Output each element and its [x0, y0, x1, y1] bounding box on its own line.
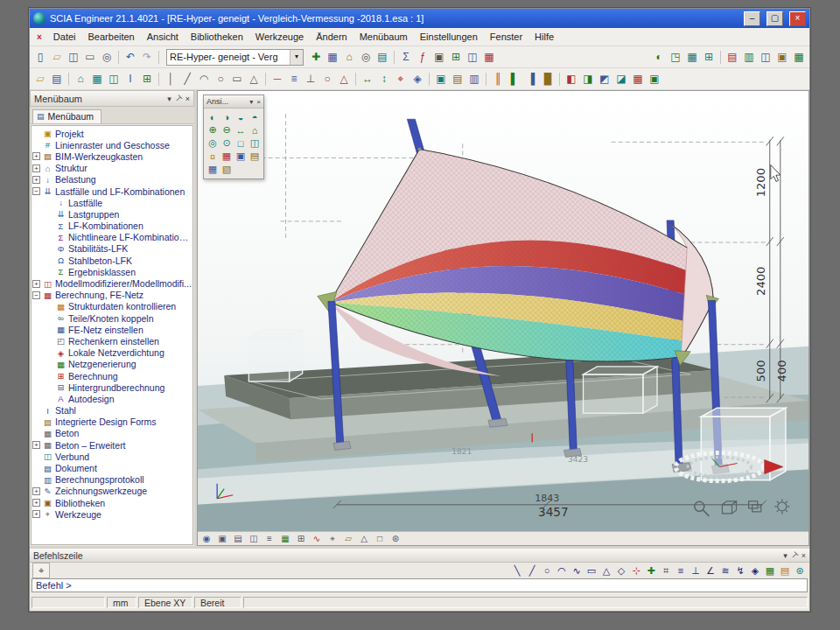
- tree-item[interactable]: ⇊ Lastgruppen: [32, 208, 192, 220]
- toolbar-icon[interactable]: ƒ: [415, 50, 430, 65]
- tree-item[interactable]: + ⌖ Werkzeuge: [32, 508, 192, 520]
- tree-item[interactable]: + ↓ Belastung: [32, 174, 192, 186]
- toolbar-icon[interactable]: ▦: [630, 72, 646, 87]
- view-tool-icon[interactable]: ⊖: [220, 123, 234, 136]
- toolbar-icon[interactable]: △: [246, 72, 262, 87]
- toolbar-icon[interactable]: ▥: [741, 50, 757, 65]
- view-tool-icon[interactable]: ↔: [234, 123, 248, 136]
- toolbar-icon[interactable]: ▥: [466, 72, 482, 87]
- tree-item[interactable]: + ▦ Beton – Erweitert: [32, 439, 192, 451]
- menu-item[interactable]: Fenster: [484, 30, 528, 44]
- menu-item[interactable]: Einstellungen: [414, 30, 484, 44]
- toolbar-icon[interactable]: ▭: [82, 50, 98, 65]
- toolbar-icon[interactable]: ▌: [507, 72, 522, 87]
- toolbar-icon[interactable]: ◫: [106, 72, 122, 87]
- toolbar-icon[interactable]: ◠: [196, 72, 212, 87]
- toolbar-icon[interactable]: Σ: [398, 50, 414, 65]
- tree-item[interactable]: ⊟ Hintergrundberechnung: [32, 382, 192, 393]
- select-cursor-button[interactable]: ⌖: [32, 563, 50, 578]
- view-tool-icon[interactable]: ◎: [206, 136, 220, 150]
- toolbar-icon[interactable]: ✚: [308, 50, 324, 65]
- toolbar-icon[interactable]: ↶: [122, 50, 138, 65]
- tree-item[interactable]: ▤ Dokument: [32, 462, 192, 473]
- tree-expander[interactable]: −: [32, 291, 40, 299]
- toolbar-icon[interactable]: ▣: [431, 50, 447, 65]
- viewport-toolbar-icon[interactable]: ∿: [310, 534, 324, 543]
- view-tool-icon[interactable]: ▤: [248, 150, 262, 163]
- tree-item[interactable]: ⊞ Berechnung: [32, 370, 192, 382]
- menu-item[interactable]: Bearbeiten: [82, 30, 141, 44]
- draw-tool-icon[interactable]: ▦: [763, 565, 777, 577]
- toolbar-icon[interactable]: ◈: [410, 72, 425, 87]
- toolbar-icon[interactable]: ↔: [360, 72, 375, 87]
- view-tool-icon[interactable]: ▣: [234, 150, 248, 163]
- tree-item[interactable]: + ⌂ Struktur: [32, 163, 192, 174]
- toolbar-icon[interactable]: ▤: [49, 72, 65, 87]
- draw-tool-icon[interactable]: ≡: [674, 565, 688, 577]
- toolbar-icon[interactable]: ▤: [374, 50, 390, 65]
- toolbar-icon[interactable]: △: [336, 72, 352, 87]
- toolbar-icon[interactable]: ▤: [450, 72, 466, 87]
- view-tool-icon[interactable]: ◐: [206, 110, 220, 123]
- tree-item[interactable]: ∞ Teile/Knoten koppeln: [32, 312, 192, 324]
- toolbar-icon[interactable]: ⊞: [139, 72, 155, 87]
- toolbar-icon[interactable]: ↕: [376, 72, 392, 87]
- toolbar-icon[interactable]: ◫: [465, 50, 480, 65]
- chevron-down-icon[interactable]: ▾: [783, 551, 788, 560]
- close-icon[interactable]: ×: [256, 98, 261, 106]
- toolbar-icon[interactable]: ║: [490, 72, 506, 87]
- viewport-toolbar-icon[interactable]: ◉: [200, 534, 214, 543]
- toolbar-icon[interactable]: ◩: [597, 72, 612, 87]
- draw-tool-icon[interactable]: ∿: [570, 565, 584, 577]
- toolbar-icon[interactable]: │: [163, 72, 178, 87]
- tree-expander[interactable]: +: [32, 499, 40, 507]
- tree-item[interactable]: − ⇊ Lastfälle und LF-Kombinationen: [32, 186, 192, 197]
- tree-item[interactable]: ▤ Integrierte Design Forms: [32, 416, 192, 428]
- draw-tool-icon[interactable]: ⊹: [629, 565, 643, 577]
- toolbar-icon[interactable]: ▣: [433, 72, 449, 87]
- pin-icon[interactable]: ⊤: [789, 550, 801, 561]
- draw-tool-icon[interactable]: ▭: [584, 565, 598, 577]
- viewport-toolbar-icon[interactable]: ▱: [341, 534, 355, 543]
- toolbar-icon[interactable]: ▤: [724, 50, 740, 65]
- toolbar-icon[interactable]: ↷: [139, 50, 155, 65]
- viewport-toolbar-icon[interactable]: ▤: [231, 534, 245, 543]
- tree-item[interactable]: − ▦ Berechnung, FE-Netz: [32, 290, 192, 301]
- toolbar-icon[interactable]: ▦: [481, 50, 497, 65]
- toolbar-icon[interactable]: ○: [213, 72, 228, 87]
- tree-expander[interactable]: −: [32, 187, 40, 195]
- draw-tool-icon[interactable]: ⊥: [689, 565, 703, 577]
- tree-item[interactable]: ◈ Lokale Netzverdichtung: [32, 347, 192, 359]
- view-tool-icon[interactable]: ⊕: [206, 123, 220, 136]
- menu-item[interactable]: Ansicht: [141, 30, 185, 44]
- toolbar-icon[interactable]: ≡: [286, 72, 302, 87]
- close-button[interactable]: ×: [789, 11, 806, 26]
- viewport-toolbar-icon[interactable]: ⌖: [326, 534, 340, 544]
- draw-tool-icon[interactable]: ◠: [555, 565, 569, 577]
- menu-item[interactable]: Hilfe: [528, 30, 560, 44]
- tree-item[interactable]: ◫ Verbund: [32, 451, 192, 462]
- toolbar-icon[interactable]: ╱: [179, 72, 195, 87]
- tab-menubaum[interactable]: ▤ Menübaum: [32, 109, 102, 123]
- draw-tool-icon[interactable]: ◇: [614, 565, 628, 577]
- view-tool-icon[interactable]: ▧: [220, 163, 234, 176]
- toolbar-icon[interactable]: ▣: [647, 72, 662, 87]
- menu-item[interactable]: Datei: [47, 30, 82, 44]
- toolbar-icon[interactable]: ◪: [613, 72, 629, 87]
- view-tool-icon[interactable]: ▦: [220, 150, 234, 163]
- view-tool-icon[interactable]: ▦: [206, 163, 220, 176]
- toolbar-icon[interactable]: I: [122, 72, 138, 87]
- view-tool-icon[interactable]: ◓: [248, 110, 262, 123]
- toolbar-icon[interactable]: █: [540, 72, 556, 87]
- view-tool-icon[interactable]: ⌂: [248, 123, 262, 136]
- draw-tool-icon[interactable]: ∠: [704, 565, 718, 577]
- tree-item[interactable]: # Linienraster und Geschosse: [32, 139, 192, 150]
- view-combo[interactable]: RE-Hyper- geneigt - Verg ▾: [166, 49, 304, 66]
- tree-expander[interactable]: +: [32, 280, 40, 288]
- toolbar-icon[interactable]: ⌂: [73, 72, 88, 87]
- toolbar-icon[interactable]: ◫: [66, 50, 81, 65]
- draw-tool-icon[interactable]: ▤: [778, 565, 792, 577]
- close-icon[interactable]: ×: [802, 551, 806, 560]
- tree-item[interactable]: ▦ Strukturdaten kontrollieren: [32, 301, 192, 312]
- tree-item[interactable]: ↓ Lastfälle: [32, 197, 192, 208]
